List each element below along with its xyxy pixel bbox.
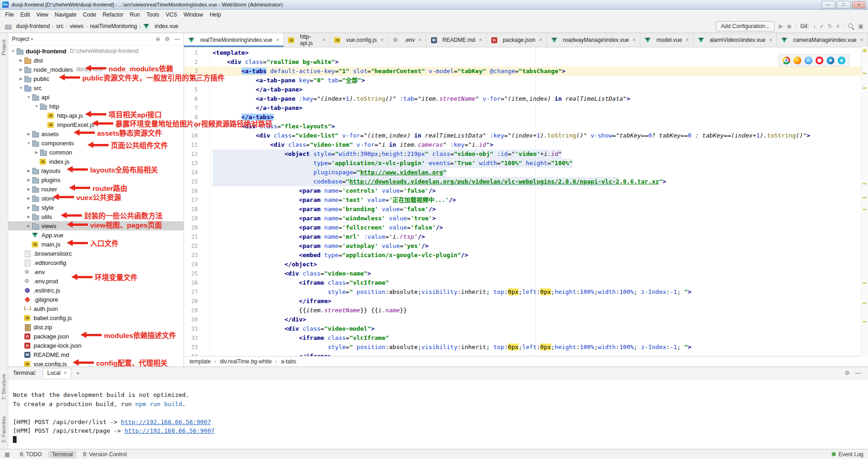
tree-item-editorconfig[interactable]: .editorconfig [8,258,184,267]
code-text[interactable]: </a-tabs> [213,113,274,122]
tree-item-public[interactable]: ▶public [8,74,184,83]
editor-tab-env[interactable]: .env× [388,33,426,47]
menu-refactor[interactable]: Refactor [99,10,126,19]
chevron-down-icon[interactable]: ▼ [18,86,24,90]
editor-tab-model-vue[interactable]: model.vue× [640,33,693,47]
editor-tab-http-api-js[interactable]: http-api.js× [284,33,330,47]
close-button[interactable]: × [852,1,866,9]
close-icon[interactable]: × [419,37,422,43]
tool-strip-7-structure[interactable]: 7: Structure [1,374,6,400]
tree-item-readme-md[interactable]: README.md [8,350,184,359]
chevron-right-icon[interactable]: ▶ [26,196,32,201]
breadcrumb-item-index-vue[interactable]: index.vue [143,23,178,30]
close-icon[interactable]: × [539,37,542,43]
run-icon[interactable]: ▶ [779,23,783,29]
minimize-button[interactable]: — [822,1,835,9]
terminal-link[interactable]: http://192.168.66.56:9007 [121,419,211,425]
menu-vcs[interactable]: VCS [162,10,180,19]
breadcrumb-item-duoji-frontend[interactable]: duoji-frontend [5,23,50,30]
editor-tab-realtimemonitoring-index-vue[interactable]: realTimeMonitoring\index.vue× [184,33,284,47]
tree-item-eslintrc-js[interactable]: .eslintrc.js [8,286,184,295]
tree-item-babel-config-js[interactable]: babel.config.js [8,313,184,322]
code-text[interactable]: <param name='autoplay' value='yes'/> [213,241,429,251]
close-icon[interactable]: × [276,37,279,43]
debug-icon[interactable]: ◉ [787,23,791,29]
close-icon[interactable]: × [686,37,689,43]
safari-icon[interactable] [805,57,812,64]
tree-item-assets[interactable]: ▶assets [8,129,184,138]
firefox-icon[interactable] [793,57,801,64]
code-text[interactable]: </a-tab-pane> [213,85,303,94]
terminal-tab-local[interactable]: Local × [43,368,72,378]
code-text[interactable]: <iframe class="vlcIframe" [213,278,389,287]
code-text[interactable]: <template> [213,48,248,57]
code-text[interactable]: <div class="video-name"> [213,269,371,278]
tree-item-package-lock-json[interactable]: package-lock.json [8,341,184,350]
add-configuration-button[interactable]: Add Configuration... [716,21,775,31]
code-text[interactable]: <a-tabs default-active-key="1" slot="hea… [213,67,565,76]
chevron-down-icon[interactable]: ▼ [26,141,32,145]
status-item-9-version-control[interactable]: 9: Version Control [79,451,130,458]
tree-item-store[interactable]: ▶store [8,194,184,203]
tree-item-dist[interactable]: ▶dist [8,56,184,65]
chrome-icon[interactable] [782,57,790,64]
tree-item-node-modules[interactable]: ▶node_moduleslibrary root [8,65,184,74]
chevron-right-icon[interactable]: ▶ [26,187,32,191]
chevron-right-icon[interactable]: ▶ [26,132,32,136]
chevron-right-icon[interactable]: ▶ [18,58,24,63]
tree-item-layouts[interactable]: ▶layouts [8,166,184,175]
code-text[interactable]: {{item.streetName}} {{i.name}} [213,306,407,315]
chevron-right-icon[interactable]: ▶ [26,168,32,173]
editor-breadcrumb-a-tabs[interactable]: a-tabs [281,358,296,365]
code-text[interactable]: <param name='mrl' :value='i.rtsp'/> [213,232,425,241]
code-text[interactable]: </div> [213,315,306,324]
tree-item-src[interactable]: ▼src [8,83,184,92]
editor-tab-roadwaymanage-index-vue[interactable]: roadwayManage\index.vue× [547,33,640,47]
code-text[interactable]: </a-tab-pane> [213,103,303,113]
chevron-right-icon[interactable]: ▶ [34,150,40,155]
menu-run[interactable]: Run [126,10,143,19]
code-text[interactable]: <a-tab-pane key="0" tab="全部"> [213,76,365,85]
tree-item-vue-config-js[interactable]: vue.config.js [8,359,184,367]
menu-file[interactable]: File [2,10,17,19]
code-editor[interactable]: 1<template>2 <div class="realTime bg-whi… [184,47,868,356]
menu-window[interactable]: Window [180,10,207,19]
code-text[interactable]: <param name='text' value='正在加载视频中...'/> [213,195,456,205]
menu-view[interactable]: View [33,10,52,19]
chevron-down-icon[interactable]: ▼ [26,95,32,99]
code-text[interactable]: style=" position:absolute;visibility:inh… [213,287,691,297]
menu-code[interactable]: Code [80,10,99,19]
close-icon[interactable]: × [63,370,67,376]
project-panel-title[interactable]: Project [12,36,29,42]
tree-item-api[interactable]: ▼api [8,92,184,102]
event-log-button[interactable]: Event Log [839,451,863,458]
close-icon[interactable]: × [860,37,863,43]
commit-icon[interactable]: ✓ [820,23,824,29]
code-text[interactable]: style=" position:absolute;visibility:inh… [213,343,691,352]
chevron-down-icon[interactable]: ▼ [34,104,40,109]
chevron-right-icon[interactable]: ▶ [26,178,32,182]
code-text[interactable]: <div class="video-model"> [213,324,374,333]
menu-help[interactable]: Help [207,10,224,19]
breadcrumb-item-realtimemonitoring[interactable]: realTimeMonitoring [90,23,137,29]
tree-item-views[interactable]: ▶views [8,221,184,230]
chevron-right-icon[interactable]: ▶ [18,67,24,72]
maximize-button[interactable]: □ [837,1,851,9]
breadcrumb-item-views[interactable]: views [70,23,84,29]
close-icon[interactable]: × [769,37,772,43]
tree-item-main-js[interactable]: main.js [8,240,184,249]
tree-item-index-js[interactable]: index.js [8,157,184,166]
locate-icon[interactable]: ⊕ [155,36,160,42]
tool-strip-project[interactable]: Project [1,40,6,55]
chevron-down-icon[interactable]: ▼ [10,49,16,53]
code-text[interactable]: </object> [213,260,317,269]
tree-item-auth-json[interactable]: auth.json [8,304,184,313]
editor-tab-readme-md[interactable]: README.md× [426,33,487,47]
tree-item-http-api-js[interactable]: http-api.js [8,111,184,120]
tree-item-duoji-frontend[interactable]: ▼duoji-frontendD:\zheheWeb\duoji-fronten… [8,46,184,56]
status-item-terminal[interactable]: Terminal [48,451,76,458]
tree-item-http[interactable]: ▼http [8,102,184,111]
ie-icon[interactable] [838,57,845,64]
tree-item-style[interactable]: ▶style [8,203,184,212]
tree-item-router[interactable]: ▶router [8,184,184,194]
